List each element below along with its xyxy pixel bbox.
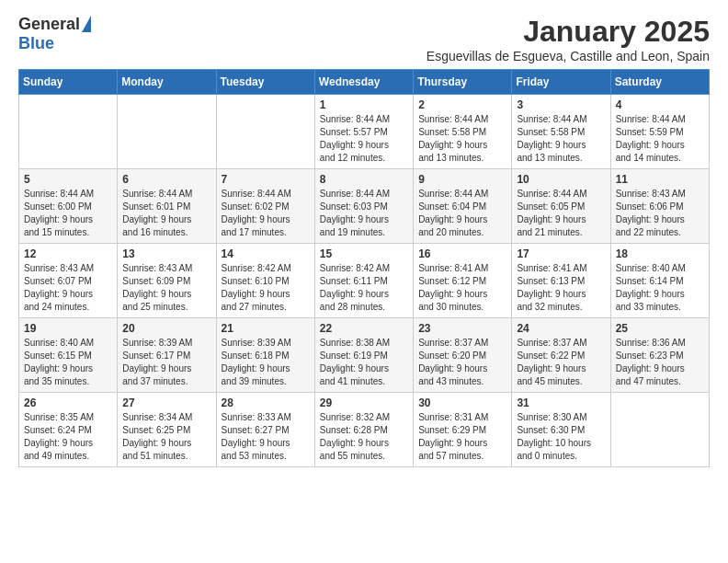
day-number: 26	[24, 396, 112, 409]
day-info: Sunrise: 8:44 AM Sunset: 5:58 PM Dayligh…	[418, 113, 506, 165]
calendar-cell	[216, 95, 314, 169]
calendar-cell: 22Sunrise: 8:38 AM Sunset: 6:19 PM Dayli…	[314, 318, 413, 393]
calendar-cell: 20Sunrise: 8:39 AM Sunset: 6:17 PM Dayli…	[118, 318, 216, 393]
calendar-cell: 12Sunrise: 8:43 AM Sunset: 6:07 PM Dayli…	[19, 244, 118, 318]
day-info: Sunrise: 8:44 AM Sunset: 6:03 PM Dayligh…	[320, 188, 408, 239]
calendar-week-row: 26Sunrise: 8:35 AM Sunset: 6:24 PM Dayli…	[19, 393, 710, 467]
day-info: Sunrise: 8:30 AM Sunset: 6:30 PM Dayligh…	[517, 411, 605, 463]
day-info: Sunrise: 8:37 AM Sunset: 6:20 PM Dayligh…	[418, 337, 506, 388]
calendar-cell	[118, 95, 216, 169]
day-number: 12	[24, 247, 112, 260]
day-info: Sunrise: 8:39 AM Sunset: 6:18 PM Dayligh…	[222, 337, 310, 388]
day-number: 3	[517, 98, 605, 111]
day-number: 18	[616, 247, 704, 260]
calendar-cell: 28Sunrise: 8:33 AM Sunset: 6:27 PM Dayli…	[216, 393, 314, 467]
day-number: 20	[122, 322, 210, 335]
calendar-cell: 3Sunrise: 8:44 AM Sunset: 5:58 PM Daylig…	[512, 95, 610, 169]
day-number: 17	[517, 247, 605, 260]
month-title: January 2025	[427, 15, 710, 49]
calendar-cell: 10Sunrise: 8:44 AM Sunset: 6:05 PM Dayli…	[512, 169, 610, 244]
day-number: 31	[517, 396, 605, 409]
day-info: Sunrise: 8:44 AM Sunset: 6:02 PM Dayligh…	[222, 188, 310, 239]
day-info: Sunrise: 8:41 AM Sunset: 6:13 PM Dayligh…	[517, 262, 605, 314]
calendar-cell: 2Sunrise: 8:44 AM Sunset: 5:58 PM Daylig…	[414, 95, 512, 169]
day-number: 1	[320, 98, 408, 111]
day-number: 13	[122, 247, 210, 260]
calendar-table: SundayMondayTuesdayWednesdayThursdayFrid…	[18, 69, 710, 467]
day-number: 25	[616, 322, 704, 335]
calendar-week-row: 5Sunrise: 8:44 AM Sunset: 6:00 PM Daylig…	[19, 169, 710, 244]
calendar-cell: 25Sunrise: 8:36 AM Sunset: 6:23 PM Dayli…	[610, 318, 709, 393]
day-number: 23	[418, 322, 506, 335]
day-number: 11	[616, 173, 704, 186]
weekday-header-sunday: Sunday	[19, 70, 118, 95]
day-info: Sunrise: 8:40 AM Sunset: 6:15 PM Dayligh…	[24, 337, 112, 388]
calendar-cell: 9Sunrise: 8:44 AM Sunset: 6:04 PM Daylig…	[414, 169, 512, 244]
calendar-cell: 15Sunrise: 8:42 AM Sunset: 6:11 PM Dayli…	[314, 244, 413, 318]
day-info: Sunrise: 8:42 AM Sunset: 6:11 PM Dayligh…	[320, 262, 408, 314]
day-info: Sunrise: 8:38 AM Sunset: 6:19 PM Dayligh…	[320, 337, 408, 388]
day-info: Sunrise: 8:33 AM Sunset: 6:27 PM Dayligh…	[222, 411, 310, 463]
day-info: Sunrise: 8:41 AM Sunset: 6:12 PM Dayligh…	[418, 262, 506, 314]
weekday-header-monday: Monday	[118, 70, 216, 95]
weekday-header-wednesday: Wednesday	[314, 70, 413, 95]
day-number: 28	[222, 396, 310, 409]
calendar-cell	[19, 95, 118, 169]
day-info: Sunrise: 8:44 AM Sunset: 6:04 PM Dayligh…	[418, 188, 506, 239]
day-info: Sunrise: 8:44 AM Sunset: 5:58 PM Dayligh…	[517, 113, 605, 165]
day-number: 15	[320, 247, 408, 260]
title-block: January 2025 Esguevillas de Esgueva, Cas…	[427, 15, 710, 63]
calendar-cell: 16Sunrise: 8:41 AM Sunset: 6:12 PM Dayli…	[414, 244, 512, 318]
day-number: 24	[517, 322, 605, 335]
calendar-cell: 27Sunrise: 8:34 AM Sunset: 6:25 PM Dayli…	[118, 393, 216, 467]
calendar-cell: 7Sunrise: 8:44 AM Sunset: 6:02 PM Daylig…	[216, 169, 314, 244]
day-number: 9	[418, 173, 506, 186]
logo-blue-text: Blue	[18, 34, 54, 53]
weekday-header-thursday: Thursday	[414, 70, 512, 95]
logo-general-text: General	[18, 15, 80, 34]
day-info: Sunrise: 8:37 AM Sunset: 6:22 PM Dayligh…	[517, 337, 605, 388]
day-info: Sunrise: 8:43 AM Sunset: 6:07 PM Dayligh…	[24, 262, 112, 314]
calendar-cell: 30Sunrise: 8:31 AM Sunset: 6:29 PM Dayli…	[414, 393, 512, 467]
day-info: Sunrise: 8:44 AM Sunset: 5:59 PM Dayligh…	[616, 113, 704, 165]
calendar-cell: 23Sunrise: 8:37 AM Sunset: 6:20 PM Dayli…	[414, 318, 512, 393]
calendar-cell: 4Sunrise: 8:44 AM Sunset: 5:59 PM Daylig…	[610, 95, 709, 169]
day-info: Sunrise: 8:42 AM Sunset: 6:10 PM Dayligh…	[222, 262, 310, 314]
calendar-cell: 26Sunrise: 8:35 AM Sunset: 6:24 PM Dayli…	[19, 393, 118, 467]
calendar-cell: 19Sunrise: 8:40 AM Sunset: 6:15 PM Dayli…	[19, 318, 118, 393]
day-number: 14	[222, 247, 310, 260]
calendar-cell	[610, 393, 709, 467]
day-number: 5	[24, 173, 112, 186]
day-number: 8	[320, 173, 408, 186]
day-info: Sunrise: 8:34 AM Sunset: 6:25 PM Dayligh…	[122, 411, 210, 463]
day-number: 22	[320, 322, 408, 335]
day-info: Sunrise: 8:39 AM Sunset: 6:17 PM Dayligh…	[122, 337, 210, 388]
day-number: 21	[222, 322, 310, 335]
page: General Blue January 2025 Esguevillas de…	[0, 0, 728, 486]
calendar-cell: 13Sunrise: 8:43 AM Sunset: 6:09 PM Dayli…	[118, 244, 216, 318]
day-info: Sunrise: 8:32 AM Sunset: 6:28 PM Dayligh…	[320, 411, 408, 463]
day-number: 4	[616, 98, 704, 111]
calendar-cell: 24Sunrise: 8:37 AM Sunset: 6:22 PM Dayli…	[512, 318, 610, 393]
day-number: 19	[24, 322, 112, 335]
day-info: Sunrise: 8:31 AM Sunset: 6:29 PM Dayligh…	[418, 411, 506, 463]
day-number: 30	[418, 396, 506, 409]
day-info: Sunrise: 8:40 AM Sunset: 6:14 PM Dayligh…	[616, 262, 704, 314]
logo: General Blue	[18, 15, 91, 53]
day-number: 29	[320, 396, 408, 409]
day-info: Sunrise: 8:43 AM Sunset: 6:09 PM Dayligh…	[122, 262, 210, 314]
day-number: 16	[418, 247, 506, 260]
calendar-cell: 6Sunrise: 8:44 AM Sunset: 6:01 PM Daylig…	[118, 169, 216, 244]
location-subtitle: Esguevillas de Esgueva, Castille and Leo…	[427, 49, 710, 63]
calendar-cell: 8Sunrise: 8:44 AM Sunset: 6:03 PM Daylig…	[314, 169, 413, 244]
day-info: Sunrise: 8:44 AM Sunset: 6:01 PM Dayligh…	[122, 188, 210, 239]
calendar-cell: 31Sunrise: 8:30 AM Sunset: 6:30 PM Dayli…	[512, 393, 610, 467]
weekday-header-saturday: Saturday	[610, 70, 709, 95]
calendar-cell: 5Sunrise: 8:44 AM Sunset: 6:00 PM Daylig…	[19, 169, 118, 244]
day-number: 6	[122, 173, 210, 186]
weekday-header-row: SundayMondayTuesdayWednesdayThursdayFrid…	[19, 70, 710, 95]
day-info: Sunrise: 8:35 AM Sunset: 6:24 PM Dayligh…	[24, 411, 112, 463]
weekday-header-friday: Friday	[512, 70, 610, 95]
weekday-header-tuesday: Tuesday	[216, 70, 314, 95]
calendar-cell: 17Sunrise: 8:41 AM Sunset: 6:13 PM Dayli…	[512, 244, 610, 318]
